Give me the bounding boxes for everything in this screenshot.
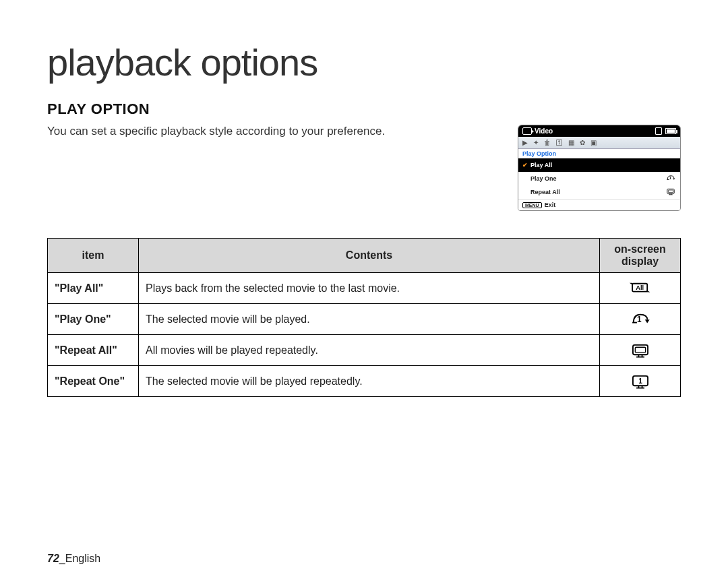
table-row: "Repeat One"The selected movie will be p… [48, 366, 681, 397]
check-icon: ✔ [522, 162, 528, 168]
footer-separator: _ [59, 553, 65, 564]
table-cell-contents: All movies will be played repeatedly. [139, 335, 600, 366]
footer-language: English [65, 553, 100, 564]
osd-header-label: Video [535, 127, 553, 135]
osd-menu-badge: MENU [522, 202, 542, 208]
osd-item: ✔Play One [518, 172, 680, 185]
table-cell-icon [600, 304, 681, 335]
rec-tab-icon: ▣ [590, 139, 597, 146]
repeat-all-icon [665, 187, 676, 197]
table-cell-icon [600, 335, 681, 366]
osd-item-label: Repeat All [530, 189, 560, 195]
table-row: "Repeat All"All movies will be played re… [48, 335, 681, 366]
tag-tab-icon: ✦ [533, 139, 539, 146]
osd-preview: Video ▶ ✦ 🗑 ⚿ ▦ ✿ ▣ Play Option ✔Play Al… [518, 125, 681, 211]
table-header-display: on-screen display [600, 239, 681, 273]
table-cell-icon [600, 366, 681, 397]
table-cell-item: "Repeat One" [48, 366, 139, 397]
table-cell-icon [600, 273, 681, 304]
one-icon [607, 309, 673, 330]
osd-item: ✔Play All [518, 158, 680, 172]
battery-icon [665, 128, 676, 134]
osd-tab-label: Play Option [518, 149, 680, 158]
table-header-contents: Contents [139, 239, 600, 273]
section-heading: PLAY OPTION [47, 100, 681, 118]
page-footer: 72_English [47, 553, 100, 565]
play-tab-icon: ▶ [522, 139, 528, 146]
grid-tab-icon: ▦ [568, 139, 574, 146]
page-number: 72 [47, 553, 59, 564]
table-row: "Play One"The selected movie will be pla… [48, 304, 681, 335]
table-cell-item: "Play One" [48, 304, 139, 335]
all-icon [607, 278, 673, 299]
table-cell-contents: The selected movie will be played. [139, 304, 600, 335]
options-table: item Contents on-screen display "Play Al… [47, 238, 681, 397]
table-cell-item: "Repeat All" [48, 335, 139, 366]
osd-item: ✔Repeat All [518, 185, 680, 199]
table-cell-item: "Play All" [48, 273, 139, 304]
table-cell-contents: The selected movie will be played repeat… [139, 366, 600, 397]
table-row: "Play All"Plays back from the selected m… [48, 273, 681, 304]
one-icon [665, 173, 676, 184]
lock-tab-icon: ⚿ [556, 139, 563, 146]
osd-list: ✔Play All✔Play One✔Repeat All [518, 158, 680, 199]
osd-footer-text: Exit [545, 202, 556, 208]
card-icon [655, 127, 662, 135]
trash-tab-icon: 🗑 [544, 139, 551, 146]
camera-icon [522, 127, 532, 135]
repeat-all-icon [607, 340, 673, 361]
section-description: You can set a specific playback style ac… [47, 125, 504, 138]
table-header-item: item [48, 239, 139, 273]
osd-item-label: Play All [530, 162, 552, 168]
page-title: playback options [47, 40, 681, 84]
osd-tab-bar: ▶ ✦ 🗑 ⚿ ▦ ✿ ▣ [518, 137, 680, 149]
gear-tab-icon: ✿ [580, 139, 585, 146]
repeat-one-icon [607, 371, 673, 392]
all-icon [665, 160, 676, 171]
osd-item-label: Play One [530, 175, 557, 182]
table-cell-contents: Plays back from the selected movie to th… [139, 273, 600, 304]
